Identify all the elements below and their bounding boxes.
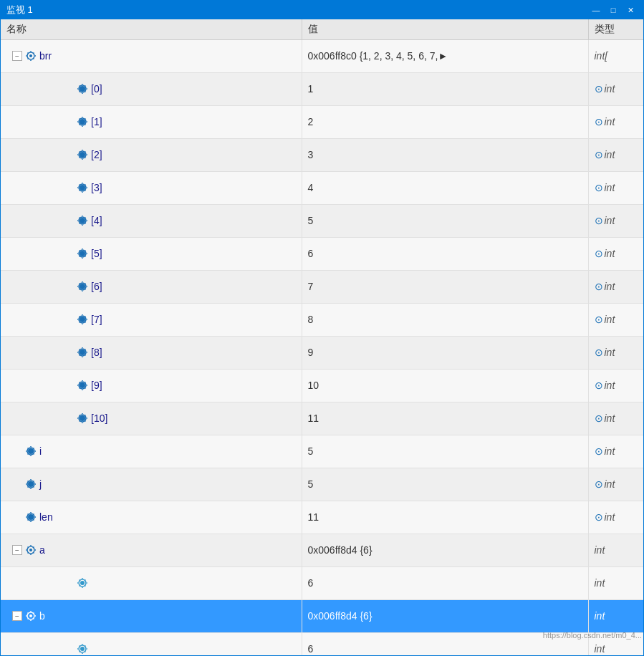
type-text: int (605, 413, 615, 424)
name-cell: j (1, 468, 302, 501)
type-cell: ⊙int (588, 303, 643, 336)
pointer-icon (25, 544, 37, 556)
type-text: int (605, 281, 615, 292)
var-name: [8] (91, 347, 102, 358)
dot-icon (77, 149, 88, 160)
type-icon: ⊙ (595, 413, 603, 424)
svg-point-61 (80, 382, 85, 388)
type-cell: ⊙int (588, 435, 643, 468)
type-cell: ⊙int (588, 204, 643, 237)
table-row[interactable]: i5⊙int (1, 435, 643, 468)
dot-icon (77, 314, 88, 325)
value-cell: 11 (302, 501, 588, 534)
title-bar-controls: — □ ✕ (589, 4, 638, 16)
value-cell: 5 (302, 435, 588, 468)
type-text: int (605, 149, 615, 160)
svg-point-97 (80, 581, 85, 585)
value-cell: 8 (302, 303, 588, 336)
dot-icon (25, 511, 37, 523)
type-text: int (605, 347, 615, 358)
dot-icon (77, 182, 88, 193)
type-cell: ⊙int (588, 468, 643, 501)
expand-button[interactable]: − (12, 51, 22, 61)
table-row[interactable]: [6]7⊙int (1, 270, 643, 303)
svg-point-85 (28, 514, 34, 520)
type-text: int (605, 478, 615, 490)
table-row[interactable]: len11⊙int (1, 501, 643, 534)
type-text: int (605, 380, 615, 391)
type-cell: ⊙int (588, 105, 643, 138)
type-icon: ⊙ (595, 83, 603, 95)
minimize-button[interactable]: — (589, 4, 603, 16)
var-name: brr (39, 50, 52, 62)
name-cell: len (1, 501, 302, 534)
var-name: [5] (91, 248, 102, 259)
type-icon: ⊙ (595, 182, 603, 193)
name-cell (1, 566, 302, 599)
table-row[interactable]: [8]9⊙int (1, 336, 643, 369)
value-cell: 9 (302, 336, 588, 369)
table-row[interactable]: [1]2⊙int (1, 105, 643, 138)
dot-icon (77, 380, 88, 391)
value-cell: 11 (302, 402, 588, 435)
table-row[interactable]: − a0x006ff8d4 {6}int (1, 534, 643, 566)
var-name: [9] (91, 380, 102, 391)
table-row[interactable]: [9]10⊙int (1, 369, 643, 402)
var-name: i (39, 445, 42, 457)
maximize-button[interactable]: □ (606, 4, 620, 16)
type-cell: ⊙int (588, 138, 643, 171)
table-row[interactable]: − brr0x006ff8c0 {1, 2, 3, 4, 5, 6, 7,►in… (1, 39, 643, 72)
var-name: [7] (91, 314, 102, 325)
expand-button[interactable]: − (12, 545, 22, 555)
type-icon: ⊙ (595, 149, 603, 160)
var-name: [1] (91, 116, 102, 127)
value-cell: 7 (302, 270, 588, 303)
dot-icon (77, 413, 88, 424)
table-row[interactable]: [10]11⊙int (1, 402, 643, 435)
table-row[interactable]: − b0x006ff8d4 {6}int (1, 599, 643, 632)
window-title: 监视 1 (6, 4, 589, 16)
value-cell: 6 (302, 237, 588, 270)
name-cell: [1] (1, 105, 302, 138)
type-icon: ⊙ (595, 248, 603, 259)
table-row[interactable]: [4]5⊙int (1, 204, 643, 237)
type-text: int (595, 577, 605, 589)
svg-point-37 (80, 251, 85, 256)
table-row[interactable]: [5]6⊙int (1, 237, 643, 270)
type-cell: ⊙int (588, 402, 643, 435)
value-cell: 3 (302, 138, 588, 171)
dot-small-icon (77, 643, 88, 655)
watch-table: 名称 值 类型 − brr0x006ff8c0 {1, 2, 3, 4, 5, … (1, 19, 643, 655)
type-cell: ⊙int (588, 369, 643, 402)
svg-point-79 (28, 481, 34, 487)
value-cell: 0x006ff8c0 {1, 2, 3, 4, 5, 6, 7,► (302, 39, 588, 72)
value-cell: 0x006ff8d4 {6} (302, 534, 588, 566)
type-icon: ⊙ (595, 445, 603, 457)
table-row[interactable]: [3]4⊙int (1, 171, 643, 204)
type-icon: ⊙ (595, 511, 603, 523)
type-cell: ⊙int (588, 501, 643, 534)
expand-button[interactable]: − (12, 611, 22, 621)
var-name: len (39, 511, 53, 523)
name-cell: [3] (1, 171, 302, 204)
type-cell: int[ (588, 39, 643, 72)
table-row[interactable]: 6int (1, 566, 643, 599)
table-row[interactable]: [0]1⊙int (1, 72, 643, 105)
svg-point-55 (80, 349, 85, 355)
table-container[interactable]: 名称 值 类型 − brr0x006ff8c0 {1, 2, 3, 4, 5, … (1, 19, 643, 655)
name-cell (1, 632, 302, 655)
svg-point-109 (80, 647, 85, 651)
svg-point-7 (80, 86, 85, 92)
svg-point-49 (80, 317, 85, 322)
var-name: [4] (91, 215, 102, 226)
table-row[interactable]: [7]8⊙int (1, 303, 643, 336)
type-cell: ⊙int (588, 336, 643, 369)
type-icon: ⊙ (595, 281, 603, 292)
pointer-icon (25, 50, 37, 62)
name-cell: [0] (1, 72, 302, 105)
name-cell: i (1, 435, 302, 468)
type-cell: ⊙int (588, 72, 643, 105)
table-row[interactable]: [2]3⊙int (1, 138, 643, 171)
close-button[interactable]: ✕ (623, 4, 638, 16)
table-row[interactable]: j5⊙int (1, 468, 643, 501)
